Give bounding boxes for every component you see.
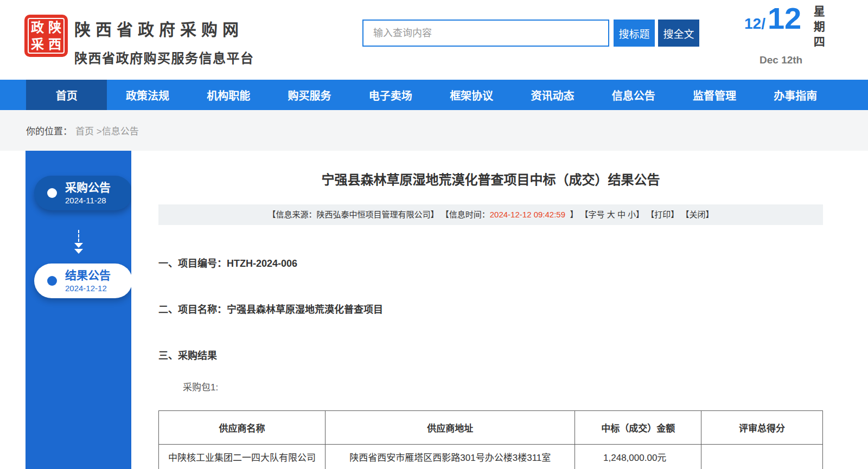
nav-item-e-mall[interactable]: 电子卖场 bbox=[350, 80, 431, 110]
section-result-heading: 三、采购结果 bbox=[158, 348, 823, 362]
process-sidebar: 采购公告 2024-11-28 结果公告 2024-12-12 bbox=[25, 151, 131, 469]
table-header-award-amount: 中标（成交）金额 bbox=[575, 411, 701, 445]
step-date: 2024-12-12 bbox=[65, 284, 111, 293]
nav-item-policies[interactable]: 政策法规 bbox=[107, 80, 188, 110]
table-header-review-score: 评审总得分 bbox=[701, 411, 822, 445]
article-content: 宁强县森林草原湿地荒漠化普查项目中标（成交）结果公告 【信息来源：陕西弘泰中恒项… bbox=[158, 169, 823, 469]
search-title-button[interactable]: 搜标题 bbox=[614, 20, 655, 47]
site-logo-seal-icon: 政 陕 采 西 bbox=[24, 15, 68, 57]
site-title: 陕西省政府采购网 bbox=[74, 16, 254, 40]
step-date: 2024-11-28 bbox=[65, 196, 111, 205]
nav-item-home[interactable]: 首页 bbox=[26, 80, 107, 110]
nav-item-functions[interactable]: 机构职能 bbox=[188, 80, 269, 110]
info-time-value: 2024-12-12 09:42:59 bbox=[490, 210, 565, 219]
step-dot-icon bbox=[47, 188, 57, 198]
site-header: 政 陕 采 西 陕西省政府采购网 陕西省政府购买服务信息平台 搜标题 搜全文 1… bbox=[0, 0, 868, 80]
seal-char: 采 bbox=[29, 36, 46, 53]
breadcrumb-bar: 你的位置： 首页 >信息公告 bbox=[0, 110, 868, 151]
article-panel: 宁强县森林草原湿地荒漠化普查项目中标（成交）结果公告 【信息来源：陕西弘泰中恒项… bbox=[131, 151, 868, 469]
article-meta-bar: 【信息来源：陕西弘泰中恒项目管理有限公司】 【信息时间：2024-12-12 0… bbox=[158, 204, 823, 225]
section-project-number: 一、项目编号：HTZH-2024-006 bbox=[158, 255, 823, 269]
breadcrumb-label: 你的位置： bbox=[26, 124, 72, 137]
date-english: Dec 12th bbox=[760, 54, 842, 66]
breadcrumb-path[interactable]: 首页 >信息公告 bbox=[75, 124, 139, 137]
date-month: 12/ bbox=[744, 15, 765, 33]
cell-award-amount: 1,248,000.00元 bbox=[575, 445, 701, 469]
step-text: 结果公告 2024-12-12 bbox=[65, 269, 111, 293]
page: 政 陕 采 西 陕西省政府采购网 陕西省政府购买服务信息平台 搜标题 搜全文 1… bbox=[0, 0, 868, 469]
site-subtitle: 陕西省政府购买服务信息平台 bbox=[74, 48, 254, 67]
step-dot-icon bbox=[47, 276, 57, 286]
section-project-name: 二、项目名称：宁强县森林草原湿地荒漠化普查项目 bbox=[158, 301, 823, 316]
table-header-supplier-name: 供应商名称 bbox=[159, 411, 326, 445]
result-table: 供应商名称 供应商地址 中标（成交）金额 评审总得分 中陕核工业集团二一四大队有… bbox=[158, 410, 823, 469]
print-button[interactable]: 【打印】 bbox=[646, 210, 679, 219]
article-title: 宁强县森林草原湿地荒漠化普查项目中标（成交）结果公告 bbox=[158, 169, 823, 188]
seal-char: 西 bbox=[46, 36, 63, 53]
date-weekday: 星期四 bbox=[810, 5, 826, 51]
down-arrow-icon bbox=[25, 230, 131, 254]
step-result-announcement[interactable]: 结果公告 2024-12-12 bbox=[34, 264, 132, 298]
step-title: 结果公告 bbox=[65, 269, 111, 281]
date-top: 12/ 12 星期四 bbox=[744, 3, 842, 51]
info-time-close: 】 bbox=[565, 210, 578, 219]
info-source: 【信息来源：陕西弘泰中恒项目管理有限公司】 bbox=[268, 210, 439, 219]
seal-char: 政 bbox=[29, 19, 46, 36]
cell-review-score bbox=[701, 445, 822, 469]
nav-item-framework-agreement[interactable]: 框架协议 bbox=[431, 80, 512, 110]
step-text: 采购公告 2024-11-28 bbox=[65, 181, 111, 205]
nav-item-announcements[interactable]: 信息公告 bbox=[593, 80, 674, 110]
nav-item-purchase-services[interactable]: 购买服务 bbox=[269, 80, 350, 110]
package-label: 采购包1: bbox=[183, 380, 823, 393]
search-input[interactable] bbox=[362, 20, 609, 47]
main-nav: 首页 政策法规 机构职能 购买服务 电子卖场 框架协议 资讯动态 信息公告 监督… bbox=[0, 80, 868, 110]
seal-char: 陕 bbox=[46, 19, 63, 36]
table-header-row: 供应商名称 供应商地址 中标（成交）金额 评审总得分 bbox=[159, 411, 823, 445]
cell-supplier-name: 中陕核工业集团二一四大队有限公司 bbox=[159, 445, 326, 469]
table-header-supplier-address: 供应商地址 bbox=[326, 411, 575, 445]
table-row: 中陕核工业集团二一四大队有限公司 陕西省西安市雁塔区西影路301号办公楼3楼31… bbox=[159, 445, 823, 469]
date-widget: 12/ 12 星期四 Dec 12th bbox=[744, 3, 842, 66]
breadcrumb: 你的位置： 首页 >信息公告 bbox=[26, 110, 139, 151]
seal-grid: 政 陕 采 西 bbox=[28, 18, 65, 54]
site-titles: 陕西省政府采购网 陕西省政府购买服务信息平台 bbox=[74, 16, 254, 67]
nav-item-guide[interactable]: 办事指南 bbox=[755, 80, 836, 110]
step-procurement-announcement[interactable]: 采购公告 2024-11-28 bbox=[34, 176, 132, 210]
nav-item-supervision[interactable]: 监督管理 bbox=[674, 80, 755, 110]
date-day: 12 bbox=[768, 3, 801, 34]
font-size-control[interactable]: 【字号 大 中 小】 bbox=[580, 210, 644, 219]
close-button[interactable]: 【关闭】 bbox=[681, 210, 713, 219]
search-bar: 搜标题 搜全文 bbox=[362, 20, 699, 47]
info-time-label: 【信息时间： bbox=[441, 210, 490, 219]
nav-item-news[interactable]: 资讯动态 bbox=[512, 80, 593, 110]
step-title: 采购公告 bbox=[65, 181, 111, 194]
cell-supplier-address: 陕西省西安市雁塔区西影路301号办公楼3楼311室 bbox=[326, 445, 575, 469]
search-fulltext-button[interactable]: 搜全文 bbox=[658, 20, 699, 47]
